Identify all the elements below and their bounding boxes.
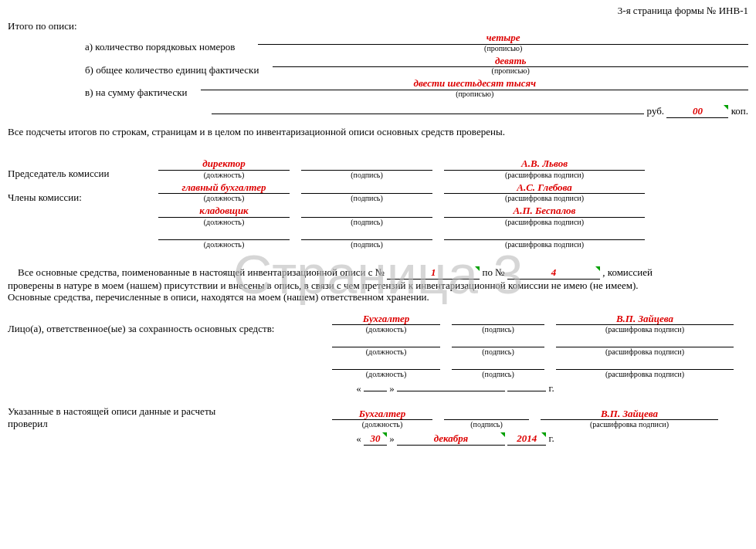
resp-date-g: г.	[549, 382, 554, 394]
member3-sign	[301, 229, 432, 240]
resp3-position	[332, 358, 440, 370]
totals-title: Итого по описи:	[8, 20, 748, 32]
rub-label: руб.	[647, 105, 665, 117]
totals-b-caption: (прописью)	[273, 66, 748, 76]
kop-label: коп.	[731, 105, 748, 117]
checker-position: Бухгалтер	[332, 408, 432, 421]
check-date-open: «	[356, 432, 361, 444]
resp3-name	[556, 358, 734, 370]
resp2-name	[556, 336, 734, 347]
checker-sign	[444, 408, 529, 420]
check-date-g: г.	[549, 432, 554, 444]
member1-name: А.С. Глебова	[444, 181, 645, 195]
totals-c-label: в) на сумму фактически	[85, 86, 187, 99]
check-date-d: 30	[364, 432, 387, 446]
assets-to: 4	[507, 266, 600, 280]
cap-position: (должность)	[158, 171, 290, 180]
assets-paragraph: Все основные средства, поименованные в н…	[8, 266, 748, 303]
resp1-sign	[452, 313, 544, 325]
member2-name: А.П. Беспалов	[444, 205, 645, 218]
totals-a-label: а) количество порядковых номеров	[85, 41, 235, 53]
check-date-m: декабря	[397, 432, 505, 446]
member1-position: главный бухгалтер	[158, 181, 290, 195]
chairman-sign	[301, 159, 432, 171]
resp1-position: Бухгалтер	[332, 313, 440, 326]
cap-sign: (подпись)	[301, 171, 432, 180]
totals-a-value: четыре	[258, 32, 748, 45]
totals-b-value: девять	[273, 55, 748, 68]
resp2-sign	[452, 336, 544, 347]
chairman-label: Председатель комиссии	[8, 168, 158, 180]
member1-sign	[301, 182, 432, 194]
member2-sign	[301, 206, 432, 218]
resp-date-d	[364, 391, 387, 391]
resp-date-m	[397, 391, 505, 391]
totals-c-caption: (прописью)	[201, 90, 748, 99]
chairman-position: директор	[158, 158, 290, 171]
check-date-y: 2014	[507, 432, 546, 446]
resp3-sign	[452, 358, 544, 370]
resp2-position	[332, 336, 440, 347]
members-label: Члены комиссии:	[8, 191, 158, 204]
resp1-name: В.П. Зайцева	[556, 313, 734, 326]
kop-value: 00	[666, 105, 728, 118]
totals-b-label: б) общее количество единиц фактически	[85, 64, 259, 76]
totals-c-value: двести шестьдесят тысяч	[201, 77, 748, 90]
checker-label: Указанные в настоящей описи данные и рас…	[8, 405, 247, 429]
resp-date-y	[507, 391, 546, 391]
assets-from: 1	[387, 266, 480, 280]
member2-position: кладовщик	[158, 205, 290, 218]
page-header: 3-я страница формы № ИНВ-1	[8, 5, 748, 17]
resp-date-close: »	[389, 382, 395, 394]
cap-name: (расшифровка подписи)	[444, 171, 645, 180]
verify-text: Все подсчеты итогов по строкам, страница…	[8, 126, 748, 138]
member3-name	[444, 229, 645, 240]
totals-a-caption: (прописью)	[258, 44, 748, 53]
resp-date-open: «	[356, 382, 361, 394]
member3-position	[158, 229, 290, 240]
chairman-name: А.В. Львов	[444, 158, 645, 171]
responsible-label: Лицо(а), ответственное(ые) за сохранност…	[8, 323, 278, 335]
checker-name: В.П. Зайцева	[541, 408, 718, 421]
check-date-close: »	[389, 432, 395, 444]
